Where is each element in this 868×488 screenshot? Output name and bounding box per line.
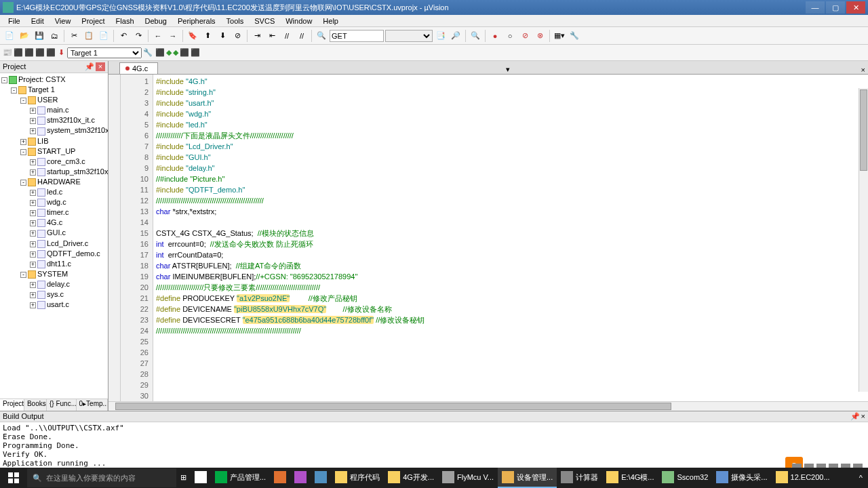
tab-dropdown-icon[interactable]: ▾	[503, 65, 513, 74]
taskbar-item[interactable]: 产品管理...	[211, 468, 270, 488]
nav-fwd-button[interactable]: →	[166, 29, 180, 43]
taskbar-item[interactable]: 设备管理...	[498, 468, 557, 488]
tree-node[interactable]: +GUI.c	[1, 228, 106, 238]
configure-button[interactable]: 🔧	[568, 29, 581, 43]
expand-icon[interactable]: +	[30, 210, 36, 216]
side-tab[interactable]: 0▸Temp...	[77, 399, 108, 411]
expand-icon[interactable]: -	[1, 77, 7, 83]
menu-debug[interactable]: Debug	[140, 16, 172, 26]
panel-close-button[interactable]: ×	[96, 62, 105, 71]
stop-build-button[interactable]: ⬛	[46, 48, 56, 57]
side-tab[interactable]: Books	[24, 399, 47, 411]
build-close-button[interactable]: ×	[861, 412, 865, 421]
translate-button[interactable]: 📰	[3, 48, 12, 57]
taskbar-item[interactable]: 摄像头采...	[712, 468, 771, 488]
tree-node[interactable]: +main.c	[1, 105, 106, 115]
expand-icon[interactable]: -	[20, 180, 26, 186]
taskbar-item[interactable]	[311, 468, 331, 488]
menu-project[interactable]: Project	[76, 16, 110, 26]
window-button[interactable]: ▦▾	[553, 29, 566, 43]
expand-icon[interactable]: +	[20, 139, 26, 145]
taskbar-item[interactable]: FlyMcu V...	[438, 468, 498, 488]
taskbar-item[interactable]	[270, 468, 290, 488]
marker-margin[interactable]	[108, 75, 121, 401]
incremental-find-button[interactable]: 🔎	[449, 29, 462, 43]
expand-icon[interactable]: +	[30, 230, 36, 237]
expand-icon[interactable]: +	[30, 118, 36, 124]
hscroll-thumb[interactable]	[115, 403, 671, 410]
tree-node[interactable]: -Project: CSTX	[1, 75, 106, 85]
maximize-button[interactable]: ▢	[826, 1, 845, 14]
bp-disable-button[interactable]: ○	[503, 29, 517, 43]
expand-icon[interactable]: +	[30, 190, 36, 196]
tree-node[interactable]: +4G.c	[1, 218, 106, 228]
expand-icon[interactable]: +	[30, 128, 36, 134]
bookmark-prev-button[interactable]: ⬆	[201, 29, 214, 43]
batch-build-button[interactable]: ⬛	[35, 48, 45, 57]
taskbar-item[interactable]: Sscom32	[658, 468, 712, 488]
panel-pin-icon[interactable]: 📌	[85, 62, 94, 71]
tab-close-button[interactable]: ×	[859, 66, 868, 74]
tree-node[interactable]: +stm32f10x_it.c	[1, 115, 106, 125]
expand-icon[interactable]: +	[30, 108, 36, 114]
editor-tab-4g[interactable]: 4G.c	[119, 62, 158, 74]
tree-node[interactable]: +dht11.c	[1, 259, 106, 269]
nav-back-button[interactable]: ←	[151, 29, 165, 43]
taskbar-item[interactable]	[191, 468, 211, 488]
tree-node[interactable]: -Target 1	[1, 85, 106, 95]
undo-button[interactable]: ↶	[117, 29, 130, 43]
target-select[interactable]: Target 1	[67, 47, 142, 58]
project-tree[interactable]: -Project: CSTX-Target 1-USER+main.c+stm3…	[0, 73, 108, 399]
horizontal-scrollbar[interactable]	[108, 401, 868, 411]
build-output-content[interactable]: Load "..\\OUTPUT\\CSTX.axf" Erase Done. …	[0, 422, 868, 470]
close-button[interactable]: ✕	[846, 1, 865, 14]
expand-icon[interactable]: +	[30, 241, 36, 247]
expand-icon[interactable]: +	[30, 159, 36, 165]
tree-node[interactable]: +wdg.c	[1, 197, 106, 207]
tree-node[interactable]: +led.c	[1, 187, 106, 197]
menu-svcs[interactable]: SVCS	[249, 16, 280, 26]
indent-button[interactable]: ⇥	[250, 29, 264, 43]
tree-node[interactable]: +core_cm3.c	[1, 157, 106, 167]
tree-node[interactable]: -USER	[1, 95, 106, 105]
open-button[interactable]: 📂	[18, 29, 31, 43]
tree-node[interactable]: +QDTFT_demo.c	[1, 249, 106, 259]
rtx-button[interactable]: ⬛	[180, 48, 189, 57]
expand-icon[interactable]: +	[30, 262, 36, 268]
manage-button[interactable]: ⬛	[155, 48, 165, 57]
paste-button[interactable]: 📄	[97, 29, 111, 43]
tree-node[interactable]: +delay.c	[1, 279, 106, 289]
vertical-scrollbar[interactable]	[859, 88, 868, 392]
taskbar-item[interactable]	[290, 468, 311, 488]
save-button[interactable]: 💾	[33, 29, 46, 43]
redo-button[interactable]: ↷	[132, 29, 145, 43]
menu-peripherals[interactable]: Peripherals	[172, 16, 221, 26]
taskbar-item[interactable]: 4G开发...	[384, 468, 438, 488]
save-all-button[interactable]: 🗂	[47, 29, 61, 43]
expand-icon[interactable]: +	[30, 220, 36, 226]
expand-icon[interactable]: -	[11, 87, 17, 94]
select-packs-button[interactable]: ◆	[166, 48, 172, 57]
pack-installer-button[interactable]: ◆	[173, 48, 178, 57]
options-button[interactable]: 🔧	[143, 48, 153, 57]
debug-button[interactable]: 🔍	[469, 29, 482, 43]
build-button[interactable]: ⬛	[14, 48, 23, 57]
tree-node[interactable]: +sys.c	[1, 289, 106, 300]
uncomment-button[interactable]: //	[295, 29, 309, 43]
find-icon[interactable]: 🔍	[315, 29, 328, 43]
find-select[interactable]	[385, 30, 433, 42]
menu-help[interactable]: Help	[317, 16, 344, 26]
breakpoint-button[interactable]: ●	[488, 29, 502, 43]
expand-icon[interactable]: -	[20, 272, 26, 278]
vscroll-thumb[interactable]	[860, 89, 867, 171]
tree-node[interactable]: +timer.c	[1, 207, 106, 218]
minimize-button[interactable]: —	[806, 1, 825, 14]
expand-icon[interactable]: -	[20, 149, 26, 155]
start-button[interactable]	[0, 468, 27, 488]
copy-button[interactable]: 📋	[82, 29, 96, 43]
expand-icon[interactable]: +	[30, 251, 36, 258]
bp-kill-button[interactable]: ⊘	[518, 29, 532, 43]
expand-icon[interactable]: +	[30, 282, 36, 288]
build-pin-icon[interactable]: 📌	[850, 412, 860, 421]
bookmark-next-button[interactable]: ⬇	[216, 29, 229, 43]
